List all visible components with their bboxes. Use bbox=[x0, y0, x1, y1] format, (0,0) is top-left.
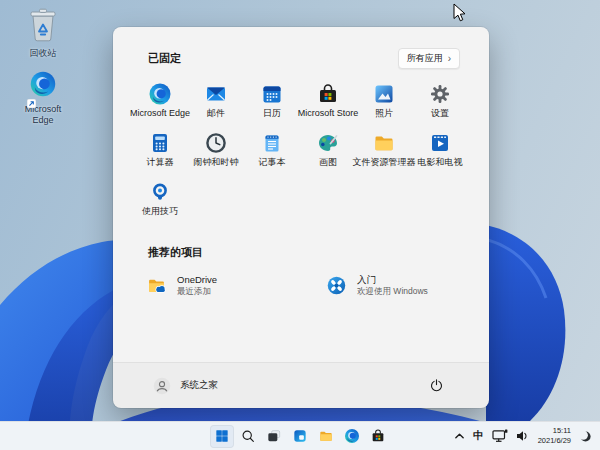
avatar bbox=[153, 377, 171, 395]
store-icon bbox=[370, 428, 386, 444]
recommended-item-subtitle: 欢迎使用 Windows bbox=[357, 286, 428, 297]
pinned-app-microsoft-edge[interactable]: Microsoft Edge bbox=[132, 81, 188, 130]
focus-assist-moon-icon[interactable] bbox=[579, 430, 592, 443]
pinned-app-tips[interactable]: 使用技巧 bbox=[132, 179, 188, 228]
clock-date: 2021/6/29 bbox=[538, 436, 571, 446]
widgets-button[interactable] bbox=[288, 425, 312, 448]
power-button[interactable] bbox=[423, 373, 449, 399]
pinned-app-label: 计算器 bbox=[147, 158, 174, 168]
task-view-icon bbox=[266, 428, 282, 444]
pinned-app-label: 记事本 bbox=[259, 158, 286, 168]
taskbar: 中 15:11 2021/6/29 bbox=[0, 421, 600, 450]
recycle-bin-icon bbox=[28, 6, 58, 46]
pinned-app-label: 日历 bbox=[263, 109, 281, 119]
network-icon[interactable] bbox=[492, 429, 508, 443]
pinned-app-photos[interactable]: 照片 bbox=[356, 81, 412, 130]
pinned-app-label: 设置 bbox=[431, 109, 449, 119]
pinned-apps-grid: Microsoft Edge 邮件 日历 bbox=[132, 81, 470, 228]
all-apps-button[interactable]: 所有应用 › bbox=[398, 48, 460, 69]
photos-icon bbox=[372, 82, 396, 106]
settings-gear-icon bbox=[428, 82, 452, 106]
pinned-app-paint[interactable]: 画图 bbox=[300, 130, 356, 179]
folder-icon bbox=[372, 131, 396, 155]
calculator-icon bbox=[148, 131, 172, 155]
store-taskbar-button[interactable] bbox=[366, 425, 390, 448]
chevron-up-icon bbox=[454, 432, 465, 440]
clock-icon bbox=[204, 131, 228, 155]
pinned-app-label: 电影和电视 bbox=[418, 158, 463, 168]
recommended-item-title: OneDrive bbox=[177, 274, 217, 286]
mouse-cursor bbox=[453, 3, 467, 23]
pinned-app-notepad[interactable]: 记事本 bbox=[244, 130, 300, 179]
start-menu: 已固定 所有应用 › Microsoft Edge bbox=[113, 27, 489, 408]
pinned-app-calculator[interactable]: 计算器 bbox=[132, 130, 188, 179]
desktop-icon-microsoft-edge[interactable]: Microsoft Edge bbox=[10, 70, 76, 125]
desktop-icon-label: 回收站 bbox=[14, 48, 72, 58]
file-explorer-button[interactable] bbox=[314, 425, 338, 448]
edge-icon bbox=[29, 70, 57, 102]
clock-time: 15:11 bbox=[538, 426, 571, 436]
hidden-icons-chevron[interactable] bbox=[454, 432, 465, 440]
power-icon bbox=[429, 378, 444, 393]
pinned-app-calendar[interactable]: 日历 bbox=[244, 81, 300, 130]
pinned-section-header: 已固定 所有应用 › bbox=[148, 48, 460, 69]
shortcut-arrow-icon bbox=[27, 94, 36, 103]
task-view-button[interactable] bbox=[262, 425, 286, 448]
edge-icon bbox=[344, 428, 360, 444]
search-icon bbox=[240, 428, 256, 444]
pinned-app-microsoft-store[interactable]: Microsoft Store bbox=[300, 81, 356, 130]
system-tray: 中 15:11 2021/6/29 bbox=[454, 422, 592, 450]
pinned-app-label: Microsoft Edge bbox=[130, 109, 190, 119]
movies-icon bbox=[428, 131, 452, 155]
store-icon bbox=[316, 82, 340, 106]
all-apps-label: 所有应用 bbox=[407, 52, 443, 65]
recommended-header-title: 推荐的项目 bbox=[148, 245, 489, 260]
chevron-right-icon: › bbox=[448, 54, 451, 64]
volume-icon[interactable] bbox=[516, 430, 530, 442]
pinned-app-alarms-clock[interactable]: 闹钟和时钟 bbox=[188, 130, 244, 179]
recommended-item-onedrive[interactable]: OneDrive 最近添加 bbox=[140, 272, 320, 299]
clock[interactable]: 15:11 2021/6/29 bbox=[538, 426, 571, 446]
paint-icon bbox=[316, 131, 340, 155]
pinned-app-label: 使用技巧 bbox=[142, 207, 178, 217]
start-button[interactable] bbox=[210, 425, 234, 448]
recommended-list: OneDrive 最近添加 入门 欢迎使用 Windows bbox=[140, 272, 489, 299]
pinned-app-label: 照片 bbox=[375, 109, 393, 119]
windows-logo-icon bbox=[214, 428, 230, 444]
user-profile-button[interactable]: 系统之家 bbox=[153, 377, 218, 395]
ime-indicator[interactable]: 中 bbox=[473, 429, 484, 443]
start-menu-footer: 系统之家 bbox=[113, 362, 489, 408]
pinned-app-label: Microsoft Store bbox=[298, 109, 359, 119]
notepad-icon bbox=[260, 131, 284, 155]
pinned-app-label: 闹钟和时钟 bbox=[194, 158, 239, 168]
desktop-icon-label: Microsoft Edge bbox=[14, 104, 72, 125]
pinned-app-label: 画图 bbox=[319, 158, 337, 168]
pinned-app-movies-tv[interactable]: 电影和电视 bbox=[412, 130, 468, 179]
user-name: 系统之家 bbox=[180, 379, 218, 392]
calendar-icon bbox=[260, 82, 284, 106]
pinned-header-title: 已固定 bbox=[148, 51, 181, 66]
recommended-item-subtitle: 最近添加 bbox=[177, 286, 217, 297]
recommended-item-get-started[interactable]: 入门 欢迎使用 Windows bbox=[320, 272, 500, 299]
search-button[interactable] bbox=[236, 425, 260, 448]
folder-icon bbox=[318, 428, 334, 444]
recommended-item-title: 入门 bbox=[357, 274, 428, 286]
widgets-icon bbox=[292, 428, 308, 444]
pinned-app-label: 邮件 bbox=[207, 109, 225, 119]
pinned-app-mail[interactable]: 邮件 bbox=[188, 81, 244, 130]
desktop-screen: 回收站 Mic bbox=[0, 0, 600, 450]
mail-icon bbox=[204, 82, 228, 106]
onedrive-icon bbox=[146, 275, 167, 296]
pinned-app-file-explorer[interactable]: 文件资源管理器 bbox=[356, 130, 412, 179]
tips-icon bbox=[148, 180, 172, 204]
desktop-icon-recycle-bin[interactable]: 回收站 bbox=[10, 6, 76, 58]
pinned-app-settings[interactable]: 设置 bbox=[412, 81, 468, 130]
get-started-icon bbox=[326, 275, 347, 296]
pinned-app-label: 文件资源管理器 bbox=[353, 158, 416, 168]
desktop-icon-list: 回收站 Mic bbox=[10, 6, 76, 125]
taskbar-center-buttons bbox=[210, 422, 390, 450]
edge-taskbar-button[interactable] bbox=[340, 425, 364, 448]
edge-icon bbox=[148, 82, 172, 106]
